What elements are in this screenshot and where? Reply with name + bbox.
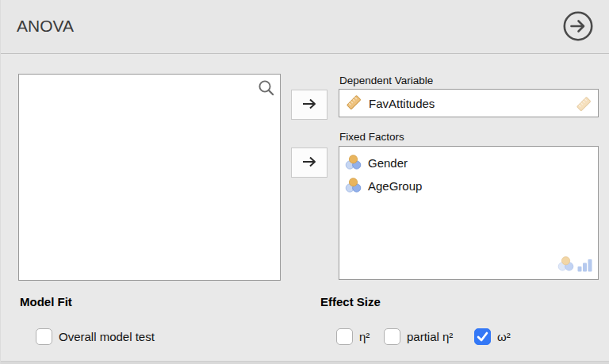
effect-size-heading: Effect Size <box>320 295 381 308</box>
partial-eta-squared-checkbox[interactable] <box>384 328 400 345</box>
overall-model-test-option[interactable]: Overall model test <box>36 328 155 345</box>
right-arrow-icon <box>300 152 319 174</box>
available-variables-list[interactable] <box>18 74 281 281</box>
eta-squared-label: η² <box>359 330 370 343</box>
fixed-factor-item[interactable]: AgeGroup <box>339 174 598 197</box>
model-fit-heading: Model Fit <box>20 295 72 308</box>
partial-eta-squared-label: partial η² <box>407 330 453 343</box>
continuous-ruler-icon <box>345 94 362 113</box>
overall-model-test-label: Overall model test <box>59 330 155 343</box>
partial-eta-squared-option[interactable]: partial η² <box>384 328 453 345</box>
panel-header: ANOVA <box>1 0 609 54</box>
eta-squared-option[interactable]: η² <box>336 328 370 345</box>
dependent-variable-name: FavAttitudes <box>369 97 435 110</box>
anova-options-panel: ANOVA <box>0 0 609 364</box>
fixed-factor-name: AgeGroup <box>368 179 422 193</box>
fixed-factor-name: Gender <box>368 156 408 170</box>
overall-model-test-checkbox[interactable] <box>36 328 52 345</box>
eta-squared-checkbox[interactable] <box>336 328 353 345</box>
collapse-panel-button[interactable] <box>561 10 595 43</box>
assign-fixed-factor-button[interactable] <box>291 148 327 178</box>
nominal-icon <box>557 255 574 275</box>
circle-arrow-right-icon <box>561 33 595 45</box>
fixed-factors-box[interactable]: Gender AgeGroup <box>339 146 599 280</box>
search-icon[interactable] <box>258 79 275 100</box>
right-arrow-icon <box>300 94 319 116</box>
allowed-variable-types <box>557 255 593 275</box>
panel-bottom-edge <box>1 361 609 364</box>
panel-title: ANOVA <box>17 15 74 37</box>
omega-squared-label: ω² <box>497 330 511 343</box>
omega-squared-option[interactable]: ω² <box>474 328 511 345</box>
dependent-variable-item[interactable]: FavAttitudes <box>339 90 598 117</box>
assign-dependent-button[interactable] <box>291 90 327 120</box>
continuous-ruler-ghost-icon <box>575 95 592 116</box>
dependent-variable-box[interactable]: FavAttitudes <box>339 89 599 117</box>
dependent-variable-label: Dependent Variable <box>339 74 433 87</box>
fixed-factors-label: Fixed Factors <box>339 130 404 144</box>
fixed-factor-item[interactable]: Gender <box>339 151 598 174</box>
omega-squared-checkbox[interactable] <box>474 328 491 345</box>
nominal-icon <box>345 154 362 173</box>
nominal-icon <box>345 177 362 196</box>
ordinal-bars-icon <box>577 259 593 275</box>
